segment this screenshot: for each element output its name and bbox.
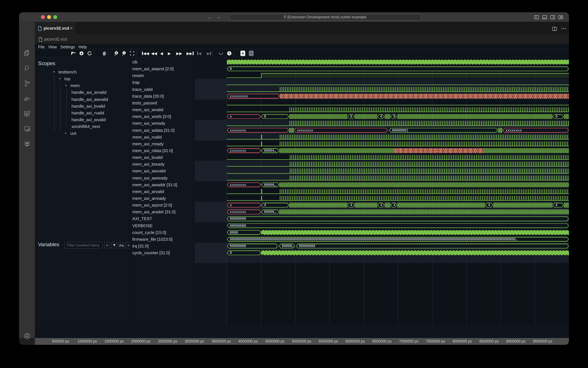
search-icon[interactable] — [22, 63, 32, 74]
signal-name[interactable]: tests_passed — [132, 100, 157, 106]
prev-transition-icon[interactable]: ◀ — [197, 49, 201, 57]
back-icon[interactable]: ← — [208, 14, 216, 20]
zoom-out-icon[interactable] — [122, 49, 127, 57]
signal-name[interactable]: count_cycle [15:0] — [132, 229, 166, 236]
wave-row[interactable]: 00000000 — [227, 222, 569, 229]
signal-name[interactable]: trace_data [35:0] — [132, 93, 164, 100]
wave-row[interactable] — [227, 86, 569, 93]
maximize-traffic-light[interactable] — [53, 15, 57, 19]
breadcrumb[interactable]: picorv32.vcd — [35, 35, 569, 44]
customize-layout-icon[interactable] — [558, 15, 563, 20]
open-file-icon[interactable] — [71, 49, 76, 57]
account-icon[interactable] — [22, 331, 32, 341]
signal-name[interactable]: mem_axi_awready — [132, 175, 167, 181]
wave-row[interactable] — [227, 195, 569, 202]
wave-row[interactable]: 0 — [227, 249, 569, 256]
signal-name[interactable]: trace_valid — [132, 86, 153, 93]
signal-name[interactable]: firmware_file [1023:0] — [132, 236, 173, 243]
open-url-icon[interactable] — [79, 49, 84, 57]
filter-type-button[interactable] — [111, 242, 117, 248]
wave-row[interactable] — [227, 79, 569, 86]
case-sensitive-button[interactable]: Aa — [118, 242, 124, 248]
wave-row[interactable]: 0000000000000…00000000 — [227, 243, 569, 249]
more-actions-icon[interactable]: ··· — [561, 26, 566, 31]
time-mode-icon[interactable] — [227, 49, 232, 57]
menu-item-file[interactable]: File — [38, 45, 45, 50]
remove-item-icon[interactable]: − — [249, 49, 254, 57]
toggle-secondary-sidebar-icon[interactable] — [550, 15, 555, 20]
history-nav[interactable]: ←→ — [208, 14, 225, 20]
wave-row[interactable]: 0000000000000000000000000000000000000000… — [227, 236, 569, 243]
signal-name[interactable]: clk — [132, 59, 137, 65]
signal-name[interactable]: mem_axi_awvalid — [132, 168, 166, 175]
timeline-ruler[interactable]: 500000 ps1000000 ps1500000 ps2000000 ps2… — [35, 338, 569, 345]
wave-row[interactable] — [227, 134, 569, 140]
variable-filter-input[interactable] — [65, 242, 103, 248]
split-editor-icon[interactable] — [552, 26, 557, 32]
explorer-icon[interactable] — [22, 48, 32, 58]
step-back-icon[interactable]: ◀ — [160, 49, 163, 57]
signal-name[interactable]: mem_axi_wstrb [3:0] — [132, 113, 171, 120]
signal-name[interactable]: mem_axi_awaddr [31:0] — [132, 181, 177, 188]
clear-filter-button[interactable]: × — [104, 242, 110, 248]
wave-row[interactable] — [227, 175, 569, 181]
run-debug-icon[interactable] — [22, 93, 32, 104]
signal-name[interactable]: mem_axi_wvalid — [132, 106, 163, 113]
signal-name[interactable]: mem_axi_awprot [2:0] — [132, 65, 174, 72]
wave-row[interactable]: xxxxxxxxx — [227, 93, 569, 100]
zoom-in-icon[interactable] — [114, 49, 119, 57]
step-forward-icon[interactable]: ▶ — [168, 49, 171, 57]
wave-row[interactable]: xxxxxxxxxxxxxxxx00000001xxxxxxxx — [227, 127, 569, 134]
menu-item-help[interactable]: Help — [78, 45, 87, 50]
minimize-traffic-light[interactable] — [47, 15, 51, 19]
wave-row[interactable]: x444444 — [227, 202, 569, 209]
surfer-extension-icon[interactable] — [22, 138, 32, 149]
wave-row[interactable]: x00000 — [227, 113, 569, 120]
signal-name[interactable]: resetn — [132, 72, 144, 79]
wave-row[interactable] — [227, 106, 569, 113]
wave-row[interactable] — [227, 59, 569, 65]
toggle-sidebar-icon[interactable] — [534, 15, 539, 20]
extensions-icon[interactable] — [22, 108, 32, 119]
fast-forward-icon[interactable]: ▶▶ — [176, 49, 182, 57]
signal-name[interactable]: mem_axi_wready — [132, 120, 165, 127]
signal-name[interactable]: mem_axi_rdata [31:0] — [132, 147, 173, 154]
source-control-icon[interactable] — [22, 78, 32, 89]
expand-arrow-icon[interactable]: ▾ — [65, 82, 67, 89]
add-item-icon[interactable]: + — [241, 49, 245, 57]
waveform-canvas[interactable]: 0xxxxxxxxxx00000xxxxxxxxxxxxxxxx00000001… — [227, 57, 569, 324]
wave-row[interactable] — [227, 161, 569, 168]
wave-row[interactable]: xxxxxxxx00000… — [227, 209, 569, 215]
signal-name[interactable]: mem_axi_arvalid — [132, 188, 164, 195]
signal-name[interactable]: mem_axi_wdata [31:0] — [132, 127, 174, 134]
window-search-box[interactable]: ⚲ [Extension Development Host] surfer-ex… — [229, 14, 421, 21]
next-transition-icon[interactable]: ▶ — [207, 49, 211, 57]
signal-name[interactable]: mem_axi_rvalid — [132, 134, 162, 140]
wave-row[interactable]: xxxxxxxx00000… — [227, 181, 569, 188]
wave-row[interactable] — [227, 100, 569, 106]
signal-name[interactable]: mem_axi_bready — [132, 161, 164, 168]
signal-name[interactable]: mem_axi_rready — [132, 140, 164, 147]
signal-name[interactable]: VERBOSE — [132, 222, 153, 229]
expand-arrow-icon[interactable]: ▾ — [53, 69, 55, 75]
copy-icon[interactable] — [102, 49, 107, 57]
signal-name[interactable]: mem_axi_arready — [132, 195, 166, 202]
cursor-mode-icon[interactable] — [219, 49, 223, 57]
wave-row[interactable] — [227, 168, 569, 175]
fast-backward-icon[interactable]: ◀◀ — [151, 49, 157, 57]
reload-icon[interactable] — [87, 49, 92, 57]
wave-row[interactable] — [227, 188, 569, 195]
signal-name[interactable]: mem_axi_araddr [31:0] — [132, 209, 175, 215]
toggle-panel-icon[interactable] — [542, 15, 547, 20]
tab-picorv32[interactable]: picorv32.vcd × — [35, 22, 75, 35]
go-to-end-icon[interactable]: ▶▶ — [186, 49, 194, 57]
wave-row[interactable]: xxxxxxxx08004… — [227, 147, 569, 154]
forward-icon[interactable]: → — [216, 14, 225, 20]
menu-item-view[interactable]: View — [48, 45, 57, 50]
close-traffic-light[interactable] — [41, 15, 45, 19]
signal-name[interactable]: irq [31:0] — [132, 243, 149, 249]
tab-close-icon[interactable]: × — [70, 26, 73, 31]
wave-row[interactable] — [227, 154, 569, 161]
go-to-start-icon[interactable]: ◀◀ — [142, 49, 149, 57]
signal-name[interactable]: trap — [132, 79, 140, 86]
